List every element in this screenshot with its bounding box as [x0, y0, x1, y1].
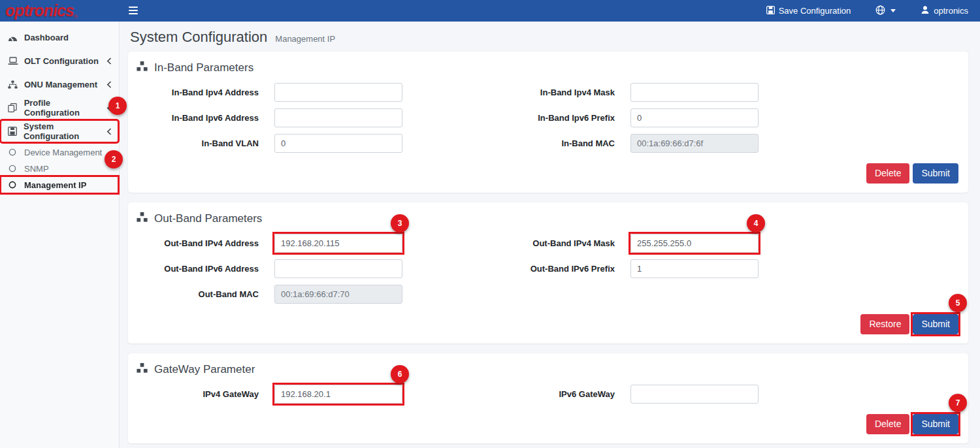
floppy-icon: [7, 127, 18, 136]
form-row: In-Band Ipv6 Address In-Band Ipv6 Prefix: [135, 108, 962, 127]
chevron-down-icon: [890, 9, 896, 12]
page-subtitle: Management IP: [275, 34, 335, 44]
inband-ipv6-prefix-input[interactable]: [630, 108, 759, 127]
save-configuration-label: Save Configuration: [779, 6, 851, 16]
form-row: Out-Band IPv4 Address 3 Out-Band IPv4 Ma…: [135, 234, 962, 253]
annotation-badge-2: 2: [105, 150, 123, 168]
sidebar: Dashboard OLT Configuration ONU Manageme…: [0, 22, 120, 448]
inband-section-header: In-Band Parameters: [135, 57, 962, 83]
content-header: System Configuration Management IP: [120, 22, 980, 52]
field-label: In-Band VLAN: [135, 138, 259, 148]
sitemap-icon: [7, 80, 18, 89]
inband-mac-input: [630, 134, 759, 153]
form-row: In-Band Ipv4 Address In-Band Ipv4 Mask: [135, 83, 962, 102]
form-row: Out-Band MAC: [135, 285, 962, 304]
sidebar-item-system-configuration[interactable]: System Configuration: [1, 121, 118, 142]
ipv6-gateway-input[interactable]: [630, 385, 759, 404]
user-icon: [921, 5, 930, 16]
brand-logo[interactable]: optronics ®: [0, 0, 120, 22]
inband-delete-button[interactable]: Delete: [866, 163, 909, 184]
form-row: Out-Band IPv6 Address Out-Band IPv6 Pref…: [135, 259, 962, 278]
sidebar-item-label: Profile Configuration: [24, 98, 106, 118]
laptop-icon: [7, 57, 18, 65]
save-configuration-button[interactable]: Save Configuration: [766, 6, 851, 16]
sidebar-item-olt-configuration[interactable]: OLT Configuration: [1, 50, 118, 71]
gateway-delete-button[interactable]: Delete: [866, 414, 909, 434]
inband-ipv6-address-input[interactable]: [274, 108, 402, 127]
outband-section-header: Out-Band Parameters: [135, 208, 962, 234]
sidebar-subitem-label: SNMP: [24, 164, 49, 174]
circle-icon: [8, 181, 18, 189]
annotation-badge-3: 3: [391, 214, 409, 232]
annotation-badge-7: 7: [949, 394, 967, 412]
annotation-badge-5: 5: [949, 294, 967, 312]
sidebar-item-onu-management[interactable]: ONU Management: [1, 74, 118, 95]
globe-icon: [875, 5, 885, 17]
sidebar-item-profile-configuration[interactable]: Profile Configuration: [1, 97, 118, 118]
circle-icon: [8, 165, 18, 172]
sidebar-subitem-label: Management IP: [24, 180, 86, 190]
annotation-badge-1: 1: [108, 97, 127, 115]
navbar-right: Save Configuration optronics: [766, 5, 980, 17]
field-label: Out-Band IPv4 Address: [135, 238, 259, 248]
gateway-parameter-card: GateWay Parameter IPv4 GateWay 6 IPv6 Ga…: [128, 353, 968, 443]
gateway-button-row: Delete Submit 7: [135, 414, 958, 434]
field-label: In-Band Ipv4 Mask: [402, 88, 615, 97]
inband-button-row: Delete Submit: [135, 163, 958, 184]
floppy-icon: [766, 6, 775, 16]
gateway-section-header: GateWay Parameter: [135, 359, 962, 385]
field-label: In-Band Ipv6 Prefix: [402, 113, 615, 123]
user-menu[interactable]: optronics: [921, 5, 968, 16]
sidebar-subitem-device-management[interactable]: Device Management: [1, 144, 118, 160]
section-title: Out-Band Parameters: [154, 212, 262, 225]
sidebar-item-label: OLT Configuration: [24, 56, 99, 66]
outband-ipv4-address-input[interactable]: [274, 234, 402, 253]
field-label: Out-Band IPv6 Prefix: [402, 264, 615, 274]
inband-parameters-card: In-Band Parameters In-Band Ipv4 Address …: [128, 52, 968, 193]
sidebar-toggle-button[interactable]: [126, 3, 140, 20]
field-label: IPv4 GateWay: [135, 389, 259, 399]
outband-restore-button[interactable]: Restore: [860, 314, 909, 334]
copy-icon: [7, 103, 18, 112]
outband-submit-button[interactable]: Submit: [913, 314, 958, 334]
outband-parameters-card: Out-Band Parameters Out-Band IPv4 Addres…: [128, 202, 968, 344]
outband-ipv6-address-input[interactable]: [274, 259, 402, 278]
sidebar-item-dashboard[interactable]: Dashboard: [1, 27, 118, 48]
cubes-icon: [136, 212, 148, 226]
chevron-left-icon: [106, 57, 112, 65]
section-title: In-Band Parameters: [154, 61, 253, 74]
ipv4-gateway-input[interactable]: [274, 385, 402, 404]
inband-ipv4-address-input[interactable]: [274, 83, 402, 102]
page-title: System Configuration: [130, 29, 267, 46]
registered-trademark: ®: [74, 14, 78, 20]
hamburger-icon: [129, 5, 138, 17]
outband-ipv6-prefix-input[interactable]: [630, 259, 759, 278]
annotation-badge-4: 4: [747, 214, 765, 232]
brand-logo-text: optronics: [5, 3, 74, 19]
chevron-left-icon: [106, 81, 112, 88]
field-label: Out-Band IPv4 Mask: [402, 238, 615, 248]
inband-submit-button[interactable]: Submit: [913, 163, 958, 184]
form-row: In-Band VLAN In-Band MAC: [135, 134, 962, 153]
sidebar-item-label: System Configuration: [24, 121, 106, 141]
sidebar-subitem-management-ip[interactable]: Management IP: [1, 177, 118, 193]
top-navbar: optronics ® Save Configuration optronics: [0, 0, 980, 22]
circle-icon: [8, 148, 18, 156]
username-label: optronics: [934, 6, 968, 16]
field-label: IPv6 GateWay: [402, 389, 615, 399]
field-label: In-Band Ipv6 Address: [135, 113, 259, 123]
outband-button-row: Restore Submit 5: [135, 314, 958, 334]
language-menu[interactable]: [875, 5, 896, 17]
inband-vlan-input[interactable]: [274, 134, 402, 153]
field-label: In-Band MAC: [402, 138, 615, 148]
gateway-submit-button[interactable]: Submit: [913, 414, 958, 434]
sidebar-subitem-snmp[interactable]: SNMP: [1, 161, 118, 176]
cubes-icon: [136, 61, 148, 75]
field-label: Out-Band IPv6 Address: [135, 264, 259, 274]
outband-ipv4-mask-input[interactable]: [630, 234, 759, 253]
field-label: In-Band Ipv4 Address: [135, 88, 259, 97]
sidebar-item-label: ONU Management: [24, 80, 97, 89]
sidebar-subitem-label: Device Management: [24, 148, 102, 157]
inband-ipv4-mask-input[interactable]: [630, 83, 759, 102]
section-title: GateWay Parameter: [154, 363, 255, 376]
